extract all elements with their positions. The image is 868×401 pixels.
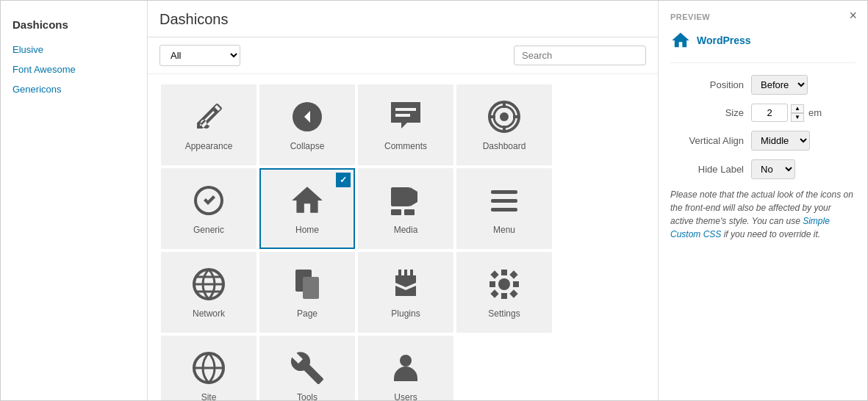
icon-cell-generic[interactable]: Generic xyxy=(161,168,257,249)
sidebar-item-font-awesome[interactable]: Font Awesome xyxy=(1,59,147,79)
icon-cell-settings[interactable]: Settings xyxy=(456,252,552,333)
svg-rect-16 xyxy=(489,281,495,287)
size-wrapper: ▲ ▼ xyxy=(751,104,804,122)
icon-cell-users[interactable]: Users xyxy=(358,336,453,400)
appearance-label: Appearance xyxy=(185,141,233,151)
size-input[interactable] xyxy=(751,104,788,122)
sidebar-item-genericons[interactable]: Genericons xyxy=(1,79,147,99)
size-up-button[interactable]: ▲ xyxy=(791,104,804,113)
tools-icon xyxy=(289,350,326,386)
tools-label: Tools xyxy=(297,392,318,400)
svg-rect-21 xyxy=(509,289,517,297)
svg-rect-6 xyxy=(391,209,401,215)
preview-panel: PREVIEW WordPress Position Before After … xyxy=(658,1,867,400)
page-icon xyxy=(289,266,326,303)
close-button[interactable]: × xyxy=(849,8,857,24)
svg-rect-5 xyxy=(391,187,410,206)
hide-label-label: Hide Label xyxy=(670,164,751,175)
svg-rect-17 xyxy=(513,281,519,287)
selected-check: ✓ xyxy=(336,173,351,187)
preview-icon-row: WordPress xyxy=(670,30,856,63)
hide-label-select[interactable]: No Yes xyxy=(751,159,795,179)
menu-label: Menu xyxy=(493,225,515,235)
preview-section-label: PREVIEW xyxy=(670,12,856,21)
comments-label: Comments xyxy=(384,141,427,151)
page-label: Page xyxy=(297,308,318,319)
preview-icon-text: WordPress xyxy=(697,35,751,46)
svg-point-24 xyxy=(400,355,412,366)
icon-cell-home[interactable]: ✓ Home xyxy=(259,168,355,249)
plugins-icon xyxy=(387,266,424,303)
modal-container: Dashicons Elusive Font Awesome Genericon… xyxy=(0,0,868,401)
menu-icon xyxy=(486,182,523,219)
icon-cell-site[interactable]: Site xyxy=(161,336,257,400)
sidebar-item-elusive[interactable]: Elusive xyxy=(1,40,147,59)
icon-cell-comments[interactable]: Comments xyxy=(358,84,453,165)
svg-rect-19 xyxy=(509,270,517,278)
collapse-icon xyxy=(289,98,326,135)
hide-label-row: Hide Label No Yes xyxy=(670,159,856,179)
svg-rect-10 xyxy=(491,208,517,212)
toolbar: All Categories xyxy=(148,37,658,74)
vertical-align-select[interactable]: Middle Top Bottom xyxy=(751,131,810,151)
generic-label: Generic xyxy=(193,225,224,235)
filter-select[interactable]: All Categories xyxy=(159,45,240,66)
site-label: Site xyxy=(201,392,217,400)
collapse-label: Collapse xyxy=(290,141,325,151)
svg-rect-7 xyxy=(404,209,415,215)
main-header: Dashicons xyxy=(148,1,658,37)
preview-home-icon xyxy=(670,30,691,51)
svg-rect-9 xyxy=(491,199,517,203)
media-icon xyxy=(387,182,424,219)
position-label: Position xyxy=(670,79,751,90)
note-text: Please note that the actual look of the … xyxy=(670,188,856,241)
generic-icon xyxy=(190,182,227,219)
home-label: Home xyxy=(295,225,319,235)
media-label: Media xyxy=(394,225,418,235)
svg-rect-18 xyxy=(490,270,498,278)
svg-rect-15 xyxy=(501,293,507,299)
main-content: Dashicons All Categories Appearance xyxy=(148,1,658,400)
dashboard-icon xyxy=(486,98,523,135)
icon-cell-collapse[interactable]: Collapse xyxy=(259,84,355,165)
svg-rect-13 xyxy=(303,277,319,299)
size-row: Size ▲ ▼ em xyxy=(670,104,856,122)
settings-label: Settings xyxy=(488,308,520,319)
position-select[interactable]: Before After xyxy=(751,75,808,95)
icon-cell-menu[interactable]: Menu xyxy=(456,168,552,249)
svg-point-22 xyxy=(498,278,510,290)
dashboard-label: Dashboard xyxy=(483,141,526,151)
svg-rect-20 xyxy=(490,289,498,297)
icon-cell-page[interactable]: Page xyxy=(259,252,355,333)
icon-cell-dashboard[interactable]: Dashboard xyxy=(456,84,552,165)
icon-cell-network[interactable]: Network xyxy=(161,252,257,333)
icon-cell-media[interactable]: Media xyxy=(358,168,453,249)
site-icon xyxy=(190,350,227,386)
svg-rect-8 xyxy=(491,190,517,194)
settings-icon xyxy=(486,266,523,303)
size-unit: em xyxy=(808,107,822,118)
vertical-align-row: Vertical Align Middle Top Bottom xyxy=(670,131,856,151)
position-row: Position Before After xyxy=(670,75,856,95)
size-label: Size xyxy=(670,107,751,118)
icon-cell-appearance[interactable]: Appearance xyxy=(161,84,257,165)
network-label: Network xyxy=(193,308,225,319)
svg-rect-14 xyxy=(501,270,507,275)
search-input[interactable] xyxy=(514,46,646,65)
home-icon xyxy=(289,182,326,219)
appearance-icon xyxy=(190,98,227,135)
page-title: Dashicons xyxy=(159,11,228,28)
users-label: Users xyxy=(394,392,417,400)
vertical-align-label: Vertical Align xyxy=(670,135,751,146)
icon-cell-plugins[interactable]: Plugins xyxy=(358,252,453,333)
plugins-label: Plugins xyxy=(391,308,420,319)
network-icon xyxy=(190,266,227,303)
icon-grid: Appearance Collapse Comments xyxy=(148,74,658,400)
icon-cell-tools[interactable]: Tools xyxy=(259,336,355,400)
size-down-button[interactable]: ▼ xyxy=(791,113,804,122)
sidebar: Dashicons Elusive Font Awesome Genericon… xyxy=(1,1,148,400)
users-icon xyxy=(387,350,424,386)
svg-point-3 xyxy=(500,112,509,121)
note-suffix: if you need to override it. xyxy=(721,229,820,239)
comments-icon xyxy=(387,98,424,135)
